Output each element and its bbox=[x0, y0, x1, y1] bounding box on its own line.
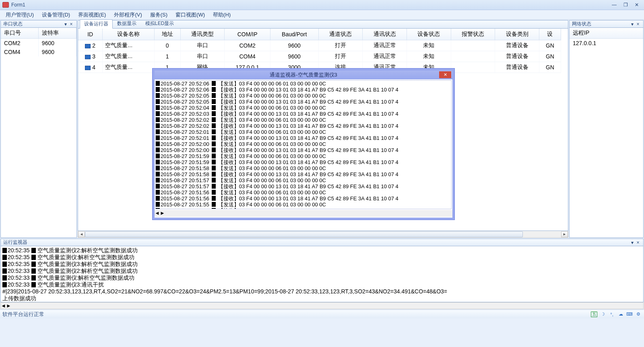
network-row[interactable]: 127.0.0.1 bbox=[570, 39, 643, 48]
window-titlebar: Form1 — ❐ ✕ bbox=[0, 0, 644, 10]
scroll-right-icon[interactable]: ► bbox=[6, 303, 11, 309]
scroll-thumb[interactable] bbox=[85, 231, 523, 237]
center-hscrollbar[interactable]: ◄ ► bbox=[78, 231, 568, 238]
device-col-id[interactable]: ID bbox=[78, 29, 103, 40]
serial-baud-cell: 9600 bbox=[38, 48, 76, 56]
serial-baud-cell: 9600 bbox=[38, 39, 76, 48]
run-line: 20:52:35空气质量监测仪3:解析空气监测数据成功 bbox=[2, 261, 642, 268]
menu-external-prog[interactable]: 外部程序(V) bbox=[110, 10, 146, 20]
monitor-line: 2015-08-27 20:52:06【发送】03 F4 00 00 00 06… bbox=[156, 81, 451, 87]
monitor-line: 2015-08-27 20:52:05【接收】03 F4 00 00 00 13… bbox=[156, 99, 451, 105]
monitor-line: 2015-08-27 20:52:03【接收】03 F4 00 00 00 13… bbox=[156, 111, 451, 117]
pin-icon[interactable]: ▾ bbox=[630, 21, 635, 27]
device-col-name[interactable]: 设备名称 bbox=[103, 29, 154, 40]
scroll-right-icon[interactable]: ► bbox=[160, 210, 165, 217]
scroll-right-icon[interactable]: ► bbox=[561, 231, 568, 237]
scroll-left-icon[interactable]: ◄ bbox=[78, 231, 85, 237]
monitor-line: 2015-08-27 20:51:57【发送】03 F4 00 00 00 06… bbox=[156, 177, 451, 183]
col-serial-baud[interactable]: 波特率 bbox=[38, 28, 76, 39]
system-tray: 五 ☽ °, ☁ ⌨ ⚙ bbox=[591, 312, 642, 317]
serial-grid[interactable]: 串口号 波特率 COM2 9600 COM4 9600 bbox=[0, 28, 77, 238]
device-col-comm_type[interactable]: 通讯类型 bbox=[180, 29, 225, 40]
device-col-alarm_state[interactable]: 报警状态 bbox=[451, 29, 495, 40]
serial-status-panel: 串口状态 ▾ × 串口号 波特率 COM2 9600 COM4 9600 bbox=[0, 20, 77, 238]
monitor-log[interactable]: 2015-08-27 20:52:06【发送】03 F4 00 00 00 06… bbox=[155, 80, 452, 209]
monitor-close-button[interactable]: ✕ bbox=[439, 71, 451, 78]
window-title: Form1 bbox=[11, 2, 608, 8]
menu-bar: 用户管理(U) 设备管理(D) 界面视图(E) 外部程序(V) 服务(S) 窗口… bbox=[0, 10, 644, 20]
status-text: 软件平台运行正常 bbox=[2, 311, 44, 318]
device-col-extra[interactable]: 设 bbox=[539, 29, 561, 40]
tray-icon-2[interactable]: °, bbox=[609, 312, 615, 317]
panel-close-icon[interactable]: × bbox=[68, 21, 74, 27]
menu-window-view[interactable]: 窗口视图(W) bbox=[171, 10, 209, 20]
menu-user-mgmt[interactable]: 用户管理(U) bbox=[2, 10, 38, 20]
run-monitor-log[interactable]: 20:52:35空气质量监测仪2:解析空气监测数据成功20:52:35空气质量监… bbox=[0, 246, 644, 302]
menu-service[interactable]: 服务(S) bbox=[146, 10, 171, 20]
monitor-line: 2015-08-27 20:52:04【发送】03 F4 00 00 00 06… bbox=[156, 105, 451, 111]
monitor-hscrollbar[interactable]: ◄ ► bbox=[155, 210, 452, 217]
close-button[interactable]: ✕ bbox=[632, 2, 642, 8]
device-col-baud_port[interactable]: Baud/Port bbox=[270, 29, 318, 40]
tray-icon-3[interactable]: ☁ bbox=[617, 312, 624, 317]
tab-device-runner[interactable]: 设备运行器 bbox=[80, 19, 113, 29]
monitor-titlebar[interactable]: 通道监视器-空气质量监测仪3 ✕ bbox=[155, 71, 452, 79]
monitor-line: 2015-08-27 20:52:01【发送】03 F4 00 00 00 06… bbox=[156, 129, 451, 135]
network-grid[interactable]: 远程IP 127.0.0.1 bbox=[569, 28, 644, 238]
scroll-left-icon[interactable]: ◄ bbox=[1, 303, 6, 309]
run-hscrollbar[interactable]: ◄ ► bbox=[0, 302, 644, 309]
run-line-long: #|239|2015-08-27 20:52:33,123,123,RT,4,S… bbox=[2, 288, 642, 295]
device-row[interactable]: 2 空气质量...0串口 COM29600打开 通讯正常未知 普通设备GN bbox=[78, 40, 561, 51]
serial-panel-title: 串口状态 bbox=[3, 21, 23, 27]
col-serial-port[interactable]: 串口号 bbox=[1, 28, 38, 39]
tray-icon-1[interactable]: ☽ bbox=[600, 312, 606, 317]
device-col-com_ip[interactable]: COM/IP bbox=[225, 29, 270, 40]
panel-close-icon[interactable]: × bbox=[635, 240, 641, 245]
pin-icon[interactable]: ▾ bbox=[63, 21, 68, 27]
device-col-addr[interactable]: 地址 bbox=[154, 29, 180, 40]
app-icon bbox=[2, 2, 9, 8]
device-col-chan_state[interactable]: 通道状态 bbox=[318, 29, 363, 40]
serial-row[interactable]: COM2 9600 bbox=[1, 39, 76, 48]
tray-keyboard-icon[interactable]: ⌨ bbox=[626, 312, 633, 317]
run-line: 20:52:33空气质量监测仪2:解析空气监测数据成功 bbox=[2, 268, 642, 274]
monitor-line: 2015-08-27 20:52:00【发送】03 F4 00 00 00 06… bbox=[156, 141, 451, 147]
monitor-title: 通道监视器-空气质量监测仪3 bbox=[270, 71, 337, 79]
monitor-line: 2015-08-27 20:51:55【发送】03 F4 00 00 00 06… bbox=[156, 202, 451, 208]
panel-close-icon[interactable]: × bbox=[635, 21, 641, 27]
run-monitor-panel: 运行监视器 ▾ × 20:52:35空气质量监测仪2:解析空气监测数据成功20:… bbox=[0, 239, 644, 309]
monitor-line: 2015-08-27 20:52:02【接收】03 F4 00 00 00 13… bbox=[156, 123, 451, 129]
run-line: 20:52:35空气质量监测仪2:解析空气监测数据成功 bbox=[2, 247, 642, 254]
device-col-dev_state[interactable]: 设备状态 bbox=[407, 29, 451, 40]
serial-panel-header: 串口状态 ▾ × bbox=[0, 20, 77, 28]
tab-data-display[interactable]: 数据显示 bbox=[113, 19, 141, 28]
network-status-panel: 网络状态 ▾ × 远程IP 127.0.0.1 bbox=[569, 20, 644, 238]
monitor-line: 2015-08-27 20:52:02【发送】03 F4 00 00 00 06… bbox=[156, 117, 451, 123]
run-line: 20:52:33空气质量监测仪3:通讯干扰 bbox=[2, 281, 642, 288]
maximize-button[interactable]: ❐ bbox=[621, 2, 630, 8]
device-row[interactable]: 3 空气质量...1串口 COM49600打开 通讯正常未知 普通设备GN bbox=[78, 51, 561, 62]
menu-device-mgmt[interactable]: 设备管理(D) bbox=[38, 10, 74, 20]
tab-led-display[interactable]: 模拟LED显示 bbox=[141, 19, 178, 28]
menu-help[interactable]: 帮助(H) bbox=[209, 10, 235, 20]
main-area: 串口状态 ▾ × 串口号 波特率 COM2 9600 COM4 9600 设备运… bbox=[0, 20, 644, 238]
device-col-dev_type[interactable]: 设备类别 bbox=[495, 29, 539, 40]
pin-icon[interactable]: ▾ bbox=[630, 240, 635, 245]
serial-row[interactable]: COM4 9600 bbox=[1, 48, 76, 56]
col-remote-ip[interactable]: 远程IP bbox=[570, 28, 643, 39]
run-line-upload: 上传数据成功 bbox=[2, 295, 642, 302]
run-line: 20:52:35空气质量监测仪:解析空气监测数据成功 bbox=[2, 254, 642, 261]
device-col-comm_state[interactable]: 通讯状态 bbox=[363, 29, 407, 40]
monitor-line: 2015-08-27 20:52:01【接收】03 F4 00 00 00 13… bbox=[156, 135, 451, 141]
center-tabs: 设备运行器 数据显示 模拟LED显示 bbox=[78, 20, 568, 29]
scroll-left-icon[interactable]: ◄ bbox=[155, 210, 160, 217]
run-monitor-title: 运行监视器 bbox=[3, 239, 27, 246]
device-icon bbox=[85, 66, 91, 70]
minimize-button[interactable]: — bbox=[609, 2, 619, 8]
network-panel-title: 网络状态 bbox=[572, 21, 591, 27]
channel-monitor-dialog[interactable]: 通道监视器-空气质量监测仪3 ✕ 2015-08-27 20:52:06【发送】… bbox=[153, 69, 454, 220]
menu-interface-view[interactable]: 界面视图(E) bbox=[74, 10, 110, 20]
ime-icon[interactable]: 五 bbox=[591, 312, 597, 317]
tray-settings-icon[interactable]: ⚙ bbox=[635, 312, 642, 317]
status-bar: 软件平台运行正常 五 ☽ °, ☁ ⌨ ⚙ bbox=[0, 310, 644, 318]
